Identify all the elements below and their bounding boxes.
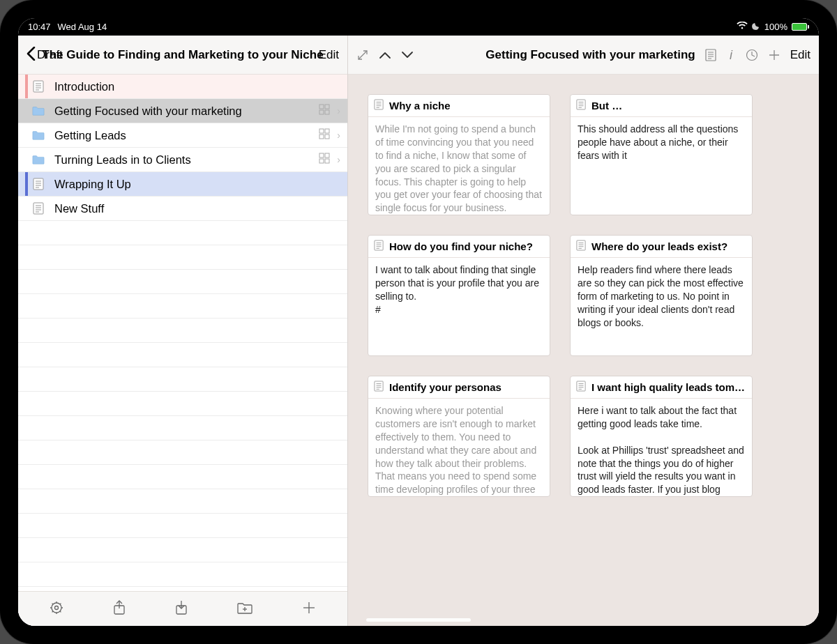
svg-rect-7: [319, 110, 324, 114]
card-title: How do you find your niche?: [389, 240, 533, 252]
empty-row: [18, 319, 347, 343]
screen: 10:47 Wed Aug 14 100%: [18, 18, 819, 626]
chevron-left-icon: [27, 47, 36, 63]
empty-row: [18, 221, 347, 245]
svg-rect-16: [325, 159, 329, 163]
editor-panel: Getting Focused with your marketing i Ed…: [348, 36, 819, 626]
share-button[interactable]: [113, 600, 126, 618]
svg-line-45: [359, 51, 367, 59]
label-color-bar: [25, 197, 28, 220]
nav-down-button[interactable]: [401, 51, 414, 59]
corkboard-icon: [319, 153, 330, 167]
document-icon: [32, 202, 45, 215]
svg-rect-10: [325, 129, 329, 133]
card-synopsis: While I'm not going to spend a bunch of …: [368, 117, 550, 215]
svg-rect-75: [375, 381, 383, 391]
new-folder-button[interactable]: [237, 601, 252, 617]
document-icon: [374, 240, 384, 254]
card-title: I want high quality leads tomorrow: [591, 381, 746, 393]
svg-rect-46: [706, 49, 716, 61]
binder-item-turning-leads[interactable]: Turning Leads in to Clients ›: [18, 148, 347, 172]
card-synopsis: This should address all the questions pe…: [571, 117, 752, 215]
svg-rect-8: [325, 110, 329, 114]
binder-item-new-stuff[interactable]: New Stuff: [18, 197, 347, 221]
svg-rect-55: [375, 100, 383, 109]
label-color-bar: [25, 148, 28, 171]
chevron-right-icon: ›: [337, 105, 340, 116]
label-color-bar: [25, 99, 28, 123]
editor-title: Getting Focused with your marketing: [485, 48, 695, 62]
empty-row: [18, 294, 347, 319]
status-date: Wed Aug 14: [58, 22, 107, 32]
label-color-bar: [25, 123, 28, 147]
card-why-a-niche[interactable]: Why a niche While I'm not going to spend…: [368, 94, 550, 215]
status-bar: 10:47 Wed Aug 14 100%: [18, 18, 819, 36]
corkboard-icon: [319, 104, 330, 118]
binder-item-introduction[interactable]: Introduction: [18, 75, 347, 99]
binder-outline[interactable]: Introduction Getting Focused with your m…: [18, 75, 347, 591]
svg-rect-5: [319, 105, 324, 109]
card-quality-leads[interactable]: I want high quality leads tomorrow Here …: [570, 376, 753, 497]
card-leads-exist[interactable]: Where do your leads exist? Help readers …: [570, 235, 753, 356]
do-not-disturb-icon: [752, 22, 760, 32]
import-button[interactable]: [175, 600, 188, 618]
empty-row: [18, 392, 347, 416]
binder-item-label: Introduction: [54, 80, 347, 93]
add-button[interactable]: [302, 601, 316, 618]
svg-rect-0: [33, 81, 43, 92]
empty-row: [18, 562, 347, 587]
corkboard-icon: [319, 128, 330, 142]
expand-icon[interactable]: [356, 49, 369, 61]
svg-rect-65: [375, 240, 383, 250]
empty-row: [18, 465, 347, 489]
binder-item-getting-focused[interactable]: Getting Focused with your marketing ›: [18, 99, 347, 123]
empty-row: [18, 538, 347, 562]
card-title: Why a niche: [389, 100, 451, 112]
card-synopsis: Knowing where your potential customers a…: [368, 399, 550, 496]
corkboard[interactable]: Why a niche While I'm not going to spend…: [348, 75, 819, 626]
nav-up-button[interactable]: [379, 51, 391, 59]
svg-rect-9: [319, 129, 324, 133]
inspector-icon[interactable]: i: [726, 48, 736, 62]
home-indicator[interactable]: [366, 618, 471, 622]
history-icon[interactable]: [746, 49, 758, 61]
binder-title: The Guide to Finding and Marketing to yo…: [42, 48, 323, 62]
document-icon: [576, 381, 586, 394]
view-mode-icon[interactable]: [705, 49, 716, 61]
folder-icon: [32, 105, 45, 117]
label-color-bar: [25, 172, 28, 196]
document-icon: [374, 99, 384, 113]
binder-bottom-toolbar: [18, 591, 347, 626]
document-icon: [32, 178, 45, 190]
svg-point-27: [52, 603, 61, 613]
svg-rect-22: [33, 203, 43, 214]
add-icon[interactable]: [768, 49, 781, 61]
svg-rect-15: [319, 159, 324, 163]
document-icon: [32, 80, 45, 93]
card-but[interactable]: But … This should address all the questi…: [570, 94, 753, 215]
svg-line-33: [52, 603, 53, 604]
ipad-frame: 10:47 Wed Aug 14 100%: [0, 0, 837, 644]
editor-edit-button[interactable]: Edit: [790, 48, 810, 62]
binder-item-wrapping[interactable]: Wrapping It Up: [18, 172, 347, 197]
binder-item-label: Getting Focused with your marketing: [54, 105, 319, 118]
folder-icon: [32, 129, 45, 141]
svg-rect-14: [325, 153, 329, 158]
svg-rect-13: [319, 153, 324, 158]
card-personas[interactable]: Identify your personas Knowing where you…: [368, 376, 550, 497]
svg-line-34: [60, 611, 61, 612]
binder-item-label: New Stuff: [54, 202, 347, 215]
document-icon: [576, 240, 586, 254]
settings-button[interactable]: [50, 601, 63, 618]
card-title: Where do your leads exist?: [591, 240, 727, 252]
battery-icon: [792, 23, 809, 31]
wifi-icon: [737, 22, 748, 32]
binder-toolbar: Draft The Guide to Finding and Marketing…: [18, 36, 347, 75]
binder-item-getting-leads[interactable]: Getting Leads ›: [18, 123, 347, 148]
svg-rect-12: [325, 135, 329, 139]
card-title: Identify your personas: [389, 381, 502, 393]
empty-row: [18, 416, 347, 440]
card-find-niche[interactable]: How do you find your niche? I want to ta…: [368, 235, 550, 356]
empty-row: [18, 245, 347, 270]
svg-line-36: [60, 603, 61, 604]
